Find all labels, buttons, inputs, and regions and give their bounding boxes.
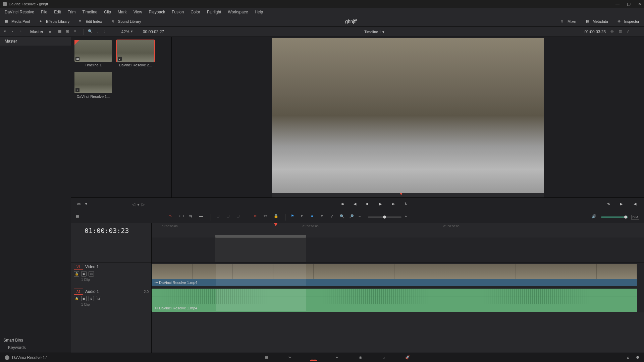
options-icon[interactable]: ⋯ bbox=[112, 29, 117, 35]
menu-color[interactable]: Color bbox=[187, 10, 204, 14]
smart-bins-heading[interactable]: Smart Bins bbox=[3, 338, 67, 343]
dual-view-icon[interactable]: ▥ bbox=[619, 29, 624, 35]
filter-dropdown-icon[interactable]: ⋮ bbox=[96, 29, 101, 35]
bin-dropdown-icon[interactable]: ▾ bbox=[4, 29, 9, 35]
stop-icon[interactable]: ■ bbox=[366, 202, 372, 207]
zoom-slider[interactable] bbox=[368, 217, 401, 218]
volume-slider[interactable] bbox=[601, 217, 628, 218]
zoom-full-icon[interactable]: ⤢ bbox=[330, 214, 336, 220]
settings-icon[interactable]: ⚙ bbox=[636, 355, 639, 360]
blade-tool-icon[interactable]: ▬ bbox=[199, 214, 205, 220]
timeline-dropdown-icon[interactable]: ▾ bbox=[382, 30, 384, 34]
mixer-toggle[interactable]: ⎍Mixer bbox=[556, 19, 581, 24]
marker-dropdown-icon[interactable]: ▾ bbox=[321, 214, 327, 220]
timeline-view-icon[interactable]: ▦ bbox=[76, 214, 82, 220]
clip-timeline-thumb[interactable]: ▦ bbox=[74, 40, 112, 62]
video-clip[interactable]: ⚯DaVinci Resolve 1.mp4 bbox=[152, 264, 637, 286]
goto-end-icon[interactable]: ⏭ bbox=[392, 202, 397, 207]
inspector-toggle[interactable]: ✜Inspector bbox=[613, 19, 644, 24]
menu-fairlight[interactable]: Fairlight bbox=[204, 10, 225, 14]
sort-icon[interactable]: ↕ bbox=[104, 29, 109, 35]
page-fairlight-icon[interactable]: ♪ bbox=[381, 354, 387, 361]
page-media-icon[interactable]: ▦ bbox=[263, 354, 270, 361]
timeline-body[interactable]: 01:00:00:00 01:00:04:00 01:00:08:00 ⚯DaV… bbox=[152, 223, 644, 353]
bin-master[interactable]: Master bbox=[0, 37, 71, 46]
timeline-ruler[interactable]: 01:00:00:00 01:00:04:00 01:00:08:00 bbox=[152, 223, 644, 238]
menu-trim[interactable]: Trim bbox=[64, 10, 79, 14]
dim-button[interactable]: DIM bbox=[631, 215, 640, 220]
volume-icon[interactable]: 🔊 bbox=[592, 214, 598, 220]
auto-select-icon[interactable]: ▣ bbox=[81, 271, 87, 277]
nav-back-icon[interactable]: ‹ bbox=[12, 29, 17, 35]
audio-track-tag[interactable]: A1 bbox=[74, 289, 83, 295]
overwrite-clip-icon[interactable]: ⊟ bbox=[226, 214, 232, 220]
selection-tool-icon[interactable]: ↖ bbox=[169, 214, 175, 220]
viewer-mode-dropdown-icon[interactable]: ▾ bbox=[85, 202, 91, 207]
loop-icon[interactable]: ↻ bbox=[405, 202, 410, 207]
playhead[interactable] bbox=[276, 223, 276, 353]
match-frame-icon[interactable]: ⟲ bbox=[607, 202, 612, 207]
marker-icon[interactable]: ● bbox=[311, 214, 317, 220]
solo-icon[interactable]: S bbox=[89, 296, 94, 301]
zoom-out-icon[interactable]: − bbox=[359, 214, 365, 220]
mute-icon[interactable]: M bbox=[96, 296, 101, 301]
menu-edit[interactable]: Edit bbox=[51, 10, 64, 14]
zoom-custom-icon[interactable]: 🔎 bbox=[349, 214, 355, 220]
link-icon[interactable]: ⚯ bbox=[264, 214, 270, 220]
replace-clip-icon[interactable]: ⊡ bbox=[236, 214, 243, 220]
menu-clip[interactable]: Clip bbox=[101, 10, 114, 14]
page-color-icon[interactable]: ◉ bbox=[357, 354, 364, 361]
page-edit-icon[interactable]: ⎯⎯ bbox=[310, 354, 317, 361]
page-fusion-icon[interactable]: ✦ bbox=[334, 354, 340, 361]
position-lock-icon[interactable]: 🔒 bbox=[274, 214, 280, 220]
dynamic-trim-icon[interactable]: ⇆ bbox=[189, 214, 195, 220]
play-icon[interactable]: ▶ bbox=[379, 202, 384, 207]
minimize-button[interactable]: — bbox=[615, 2, 620, 6]
media-pool-toggle[interactable]: ▦Media Pool bbox=[0, 16, 35, 26]
bypass-icon[interactable]: ◎ bbox=[610, 29, 616, 35]
source-zoom[interactable]: 42% bbox=[121, 29, 129, 34]
lock-track-icon[interactable]: 🔒 bbox=[74, 271, 79, 277]
menu-davinci[interactable]: DaVinci Resolve bbox=[1, 10, 38, 14]
step-back-icon[interactable]: ◀ bbox=[354, 202, 359, 207]
menu-workspace[interactable]: Workspace bbox=[225, 10, 252, 14]
menu-mark[interactable]: Mark bbox=[114, 10, 130, 14]
metadata-toggle[interactable]: ▤Metadata bbox=[581, 19, 613, 24]
trim-tool-icon[interactable]: ⟷ bbox=[179, 214, 185, 220]
auto-select-icon[interactable]: ▣ bbox=[81, 296, 87, 301]
menu-help[interactable]: Help bbox=[251, 10, 266, 14]
expand-icon[interactable]: ⤢ bbox=[627, 29, 632, 35]
sound-library-toggle[interactable]: ♫Sound Library bbox=[107, 16, 146, 26]
nav-fwd-icon[interactable]: › bbox=[20, 29, 25, 35]
maximize-button[interactable]: ▢ bbox=[627, 2, 631, 6]
list-view-icon[interactable]: ≡ bbox=[74, 29, 79, 35]
menu-timeline[interactable]: Timeline bbox=[79, 10, 101, 14]
goto-start-icon[interactable]: ⏮ bbox=[341, 202, 346, 207]
zoom-detail-icon[interactable]: 🔍 bbox=[340, 214, 346, 220]
menu-playback[interactable]: Playback bbox=[145, 10, 168, 14]
in-out-range[interactable] bbox=[215, 235, 306, 238]
clip-thumb[interactable]: ♪ bbox=[74, 72, 112, 93]
edit-index-toggle[interactable]: ≡Edit Index bbox=[74, 16, 107, 26]
menu-view[interactable]: View bbox=[130, 10, 146, 14]
close-button[interactable]: ✕ bbox=[638, 2, 641, 6]
insert-clip-icon[interactable]: ⊞ bbox=[216, 214, 222, 220]
timeline-name[interactable]: Timeline 1 bbox=[364, 30, 381, 34]
snapping-icon[interactable]: ⊂ bbox=[254, 214, 260, 220]
menu-fusion[interactable]: Fusion bbox=[168, 10, 187, 14]
disable-video-icon[interactable]: ▭ bbox=[89, 271, 94, 277]
effects-library-toggle[interactable]: ✦Effects Library bbox=[35, 16, 74, 26]
video-track-tag[interactable]: V1 bbox=[74, 264, 83, 270]
viewer-scrubber[interactable] bbox=[272, 193, 544, 197]
audio-clip[interactable]: ⚯DaVinci Resolve 1.mp4 bbox=[152, 289, 637, 311]
mark-in-icon[interactable]: |◀ bbox=[633, 202, 638, 207]
zoom-dropdown-icon[interactable]: ▾ bbox=[131, 29, 136, 35]
flag-dropdown-icon[interactable]: ▾ bbox=[301, 214, 307, 220]
viewer-frame[interactable] bbox=[272, 38, 544, 193]
menu-file[interactable]: File bbox=[38, 10, 51, 14]
mark-out-icon[interactable]: ▶| bbox=[620, 202, 625, 207]
lock-track-icon[interactable]: 🔒 bbox=[74, 296, 79, 301]
zoom-in-icon[interactable]: + bbox=[405, 214, 411, 220]
flag-icon[interactable]: ⚑ bbox=[291, 214, 297, 220]
jog-next-icon[interactable]: ▷ bbox=[142, 202, 145, 207]
